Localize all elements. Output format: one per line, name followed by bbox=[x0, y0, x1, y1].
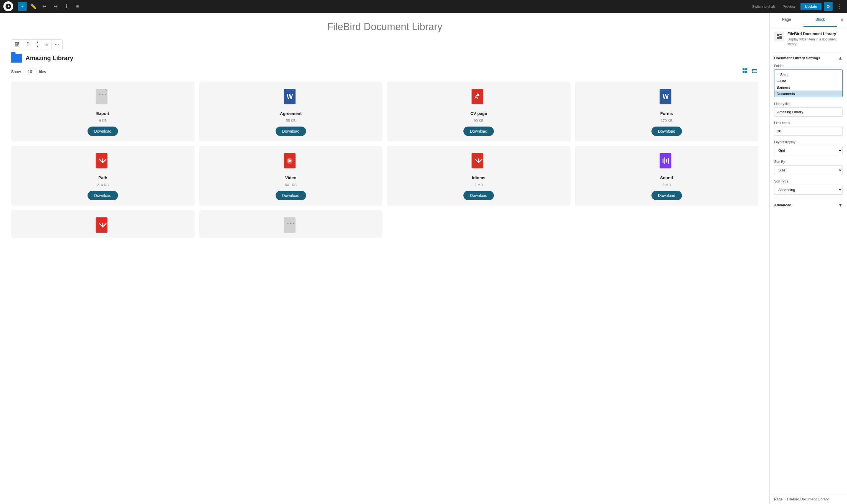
update-button[interactable]: Update bbox=[800, 3, 822, 10]
move-up-button[interactable]: ▲ bbox=[33, 40, 42, 44]
breadcrumb-current: FileBird Document Library bbox=[787, 497, 829, 501]
breadcrumb-page-link[interactable]: Page bbox=[774, 497, 782, 501]
sort-by-label: Sort By bbox=[774, 160, 843, 164]
file-icon-partial-1 bbox=[94, 217, 112, 237]
edit-button[interactable]: ✏️ bbox=[29, 2, 38, 11]
folder-select[interactable]: -Fashion --Women's ---Shirt ---Hat Banne… bbox=[774, 70, 843, 97]
collapse-icon: ▲ bbox=[838, 56, 843, 61]
file-card-agreement: W Agreement 55 KB Download bbox=[199, 82, 383, 142]
settings-gear-button[interactable]: ⚙ bbox=[824, 2, 833, 11]
move-buttons: ▲ ▼ bbox=[33, 40, 42, 49]
svg-point-16 bbox=[102, 94, 103, 95]
tools-button[interactable]: ≡ bbox=[73, 2, 82, 11]
preview-button[interactable]: Preview bbox=[780, 3, 798, 10]
file-icon-export bbox=[94, 88, 112, 108]
download-button-5[interactable]: Download bbox=[275, 191, 306, 200]
block-info: FileBird Document Library Display folder… bbox=[774, 32, 843, 47]
sidebar-content: FileBird Document Library Display folder… bbox=[770, 27, 847, 494]
sort-type-label: Sort Type bbox=[774, 179, 843, 183]
align-button[interactable]: ≡ bbox=[42, 40, 52, 49]
grid-view-button[interactable] bbox=[741, 67, 749, 76]
file-size-0: 9 KB bbox=[99, 119, 107, 123]
sort-by-field-group: Sort By Name Size Date bbox=[774, 160, 843, 175]
file-card-cv: A CV page 90 KB Download bbox=[387, 82, 571, 142]
main-layout: FileBird Document Library ⠿ ▲ ▼ ≡ ⋯ Amaz… bbox=[0, 13, 847, 504]
folder-field-group: Folder -Fashion --Women's ---Shirt ---Ha… bbox=[774, 64, 843, 97]
svg-rect-2 bbox=[15, 45, 17, 46]
download-button-2[interactable]: Download bbox=[463, 127, 494, 136]
file-icon-agreement: W bbox=[282, 88, 300, 108]
file-name-3: Forms bbox=[660, 111, 673, 116]
layout-select[interactable]: Grid List bbox=[774, 146, 843, 155]
undo-button[interactable]: ↩ bbox=[40, 2, 49, 11]
sort-type-select[interactable]: Ascending Descending bbox=[774, 185, 843, 195]
svg-rect-32 bbox=[663, 158, 663, 163]
download-button-4[interactable]: Download bbox=[88, 191, 118, 200]
settings-header[interactable]: Document Library Settings ▲ bbox=[774, 52, 843, 64]
file-card-forms: W Forms 170 KB Download bbox=[575, 82, 759, 142]
folder-label: Folder bbox=[774, 64, 843, 68]
svg-point-15 bbox=[100, 94, 101, 95]
advanced-expand-icon: ▼ bbox=[838, 203, 843, 208]
sort-by-select[interactable]: Name Size Date bbox=[774, 165, 843, 175]
file-icon-sound bbox=[658, 152, 675, 173]
layout-label: Layout display bbox=[774, 140, 843, 144]
advanced-title: Advanced bbox=[774, 203, 791, 207]
block-info-desc: Display folder item in a document librar… bbox=[788, 37, 843, 47]
file-icon-forms: W bbox=[658, 88, 675, 108]
tab-block[interactable]: Block bbox=[804, 13, 837, 27]
view-toggle bbox=[741, 67, 758, 76]
library-title-input[interactable] bbox=[774, 107, 843, 116]
folder-option-2[interactable]: ---Shirt bbox=[774, 71, 842, 78]
advanced-section: Advanced ▼ bbox=[774, 199, 843, 211]
block-info-title: FileBird Document Library bbox=[788, 32, 843, 36]
folder-option-3[interactable]: ---Hat bbox=[774, 78, 842, 84]
show-label: Show bbox=[11, 70, 21, 74]
folder-option-1[interactable]: --Women's bbox=[774, 70, 842, 71]
limit-items-input[interactable] bbox=[774, 127, 843, 136]
svg-rect-6 bbox=[743, 71, 744, 73]
file-icon-partial-2 bbox=[282, 217, 300, 237]
download-button-3[interactable]: Download bbox=[651, 127, 682, 136]
drag-button[interactable]: ⠿ bbox=[23, 40, 33, 49]
svg-rect-34 bbox=[666, 159, 667, 163]
file-card-sound: Sound 2 MB Download bbox=[575, 146, 759, 206]
more-block-options-button[interactable]: ⋯ bbox=[52, 40, 62, 49]
show-count-input[interactable] bbox=[23, 68, 37, 75]
svg-rect-11 bbox=[752, 69, 753, 70]
download-button-6[interactable]: Download bbox=[463, 191, 494, 200]
sidebar-close-button[interactable]: × bbox=[837, 13, 847, 27]
download-button-0[interactable]: Download bbox=[88, 127, 118, 136]
svg-text:W: W bbox=[287, 93, 293, 100]
folder-option-4[interactable]: Banners bbox=[774, 84, 842, 91]
redo-button[interactable]: ↪ bbox=[51, 2, 60, 11]
limit-items-field-group: Limit items bbox=[774, 121, 843, 136]
folder-option-5[interactable]: Documents bbox=[774, 91, 842, 97]
block-icon-button[interactable] bbox=[11, 40, 23, 49]
settings-section: Document Library Settings ▲ Folder -Fash… bbox=[774, 52, 843, 195]
sidebar-tabs: Page Block × bbox=[770, 13, 847, 27]
advanced-header[interactable]: Advanced ▼ bbox=[774, 199, 843, 211]
editor-area: FileBird Document Library ⠿ ▲ ▼ ≡ ⋯ Amaz… bbox=[0, 13, 770, 504]
library-name: Amazing Library bbox=[25, 55, 73, 62]
download-button-1[interactable]: Download bbox=[275, 127, 306, 136]
switch-to-draft-button[interactable]: Switch to draft bbox=[749, 3, 777, 10]
download-button-7[interactable]: Download bbox=[651, 191, 682, 200]
more-options-button[interactable]: ⋮ bbox=[835, 2, 844, 11]
add-block-button[interactable]: + bbox=[18, 2, 26, 11]
tab-page[interactable]: Page bbox=[770, 13, 804, 27]
svg-rect-0 bbox=[15, 42, 17, 44]
file-size-2: 90 KB bbox=[474, 119, 484, 123]
svg-text:W: W bbox=[663, 93, 669, 100]
move-down-button[interactable]: ▼ bbox=[33, 44, 42, 49]
svg-point-17 bbox=[105, 94, 106, 95]
limit-items-label: Limit items bbox=[774, 121, 843, 125]
info-button[interactable]: ℹ bbox=[62, 2, 71, 11]
svg-point-39 bbox=[287, 223, 288, 224]
breadcrumb: Page › FileBird Document Library bbox=[770, 494, 847, 504]
file-icon-idioms bbox=[470, 152, 487, 173]
files-label: files bbox=[39, 70, 46, 74]
list-view-button[interactable] bbox=[751, 67, 758, 76]
file-icon-path bbox=[94, 152, 112, 173]
file-name-1: Agreement bbox=[280, 111, 302, 116]
